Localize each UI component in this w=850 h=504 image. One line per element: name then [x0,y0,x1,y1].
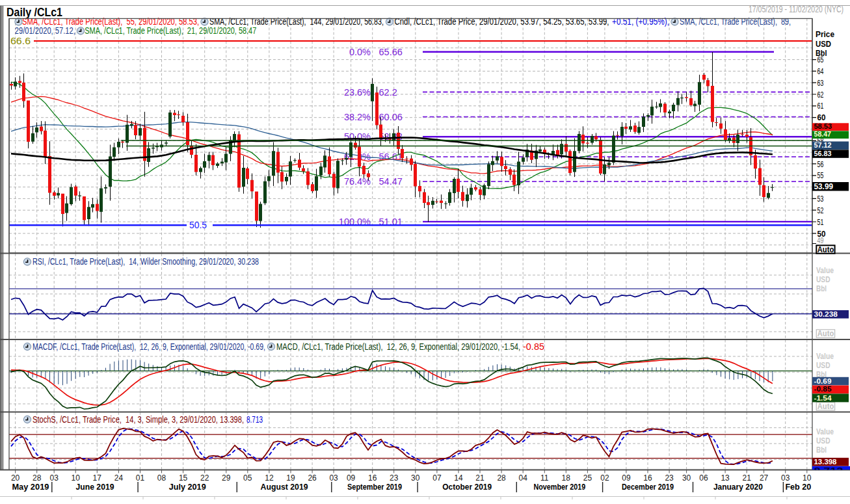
svg-text:Bbl: Bbl [816,284,827,293]
svg-text:13: 13 [721,473,730,483]
svg-text:Bbl: Bbl [816,48,827,58]
svg-text:03: 03 [50,473,59,483]
svg-text:-0.85: -0.85 [814,385,832,393]
svg-text:+0.51, (+0.95%),: +0.51, (+0.95%), [612,16,669,27]
svg-text:25: 25 [583,473,592,483]
svg-text:27: 27 [760,473,769,483]
svg-text:54.47: 54.47 [379,176,403,187]
svg-text:January 2020: January 2020 [713,483,763,492]
svg-text:MACDF, /CLc1, Trade Price(Last: MACDF, /CLc1, Trade Price(Last), 12, 26,… [33,341,265,352]
svg-text:22: 22 [200,473,209,483]
svg-text:56: 56 [817,160,824,169]
svg-text:September 2019: September 2019 [347,483,402,492]
svg-text:26: 26 [308,473,317,483]
svg-text:29: 29 [222,473,231,483]
svg-text:20: 20 [11,473,20,483]
svg-text:64: 64 [817,67,824,76]
svg-text:23.6%: 23.6% [344,87,371,98]
svg-text:Value: Value [816,265,834,275]
svg-text:62: 62 [817,90,824,99]
svg-text:23: 23 [390,473,399,483]
svg-text:SMA, /CLc1, Trade Price(Last),: SMA, /CLc1, Trade Price(Last), 89, [680,16,791,27]
svg-text:60.06: 60.06 [379,112,403,122]
svg-text:-0.69: -0.69 [814,377,832,385]
svg-text:17: 17 [93,473,102,483]
svg-text:03: 03 [329,473,338,483]
svg-text:24: 24 [114,473,124,483]
svg-text:Auto: Auto [817,329,834,338]
svg-text:16: 16 [368,473,377,483]
svg-text:05: 05 [243,473,252,483]
svg-text:09: 09 [347,473,356,483]
svg-text:19: 19 [286,473,295,483]
svg-text:23: 23 [665,473,674,483]
svg-text:03: 03 [781,473,790,483]
svg-text:15: 15 [179,473,188,483]
svg-text:Auto: Auto [817,402,834,411]
svg-text:28: 28 [497,473,506,483]
svg-text:16: 16 [643,473,652,483]
svg-text:61: 61 [817,101,824,111]
svg-text:USD: USD [816,274,830,284]
svg-text:50.5: 50.5 [189,220,207,230]
svg-text:21: 21 [475,473,485,483]
svg-text:55: 55 [817,171,824,180]
svg-text:12: 12 [265,473,274,483]
svg-text:06: 06 [699,473,708,483]
svg-text:-1.54: -1.54 [814,394,832,402]
svg-text:18: 18 [562,473,571,483]
svg-text:Price: Price [816,29,834,39]
svg-text:Value: Value [816,427,834,436]
svg-text:14: 14 [454,473,463,483]
svg-text:10: 10 [72,473,81,483]
svg-text:November 2019: November 2019 [533,483,585,492]
svg-text:21: 21 [743,473,752,483]
svg-text:MACD, /CLc1, Trade Price(Last): MACD, /CLc1, Trade Price(Last), 12, 26, … [276,341,520,352]
svg-text:60: 60 [817,113,826,122]
svg-text:53.99: 53.99 [814,181,834,191]
svg-text:USD: USD [816,436,830,445]
svg-text:11: 11 [540,473,549,483]
svg-text:Auto: Auto [817,245,834,254]
svg-text:02: 02 [600,473,609,483]
svg-text:30: 30 [682,473,691,483]
svg-text:66.6: 66.6 [10,36,31,46]
svg-text:June 2019: June 2019 [76,483,114,492]
svg-text:RSI, /CLc1, Trade Price(Last),: RSI, /CLc1, Trade Price(Last), 14, Wilde… [33,256,259,267]
svg-text:76.4%: 76.4% [344,176,371,187]
svg-text:58.47: 58.47 [814,130,832,138]
svg-text:December 2019: December 2019 [622,483,674,492]
svg-text:62.2: 62.2 [379,87,397,98]
svg-text:49: 49 [817,236,824,245]
svg-text:Bbl: Bbl [816,445,827,455]
svg-text:USD: USD [816,360,830,370]
svg-text:8.713: 8.713 [246,414,263,425]
svg-text:30: 30 [411,473,420,483]
svg-text:17/05/2019 - 11/02/2020 (NYC): 17/05/2019 - 11/02/2020 (NYC) [749,4,843,14]
svg-text:Cndl, /CLc1, Trade Price, 29/0: Cndl, /CLc1, Trade Price, 29/01/2020, 53… [395,16,609,27]
svg-text:61.8%: 61.8% [344,152,371,162]
svg-text:01: 01 [136,473,145,483]
svg-text:09: 09 [622,473,631,483]
svg-text:07: 07 [432,473,442,483]
svg-text:10: 10 [803,473,812,483]
svg-text:57.12: 57.12 [814,141,832,149]
svg-text:Feb 20: Feb 20 [785,483,811,492]
svg-text:53: 53 [817,194,824,204]
svg-text:13.398: 13.398 [814,458,838,466]
svg-text:28: 28 [33,473,42,483]
svg-text:Value: Value [816,351,834,361]
svg-text:51: 51 [817,218,824,227]
svg-text:08: 08 [157,473,166,483]
svg-text:StochS, /CLc1, Trade Price, 1: StochS, /CLc1, Trade Price, 14, 3, Simpl… [33,414,244,425]
svg-text:0.0%: 0.0% [349,47,371,57]
svg-text:63: 63 [817,79,824,88]
svg-text:29/01/2020, 57.12,: 29/01/2020, 57.12, [15,25,75,36]
svg-text:58.53: 58.53 [814,122,832,130]
svg-text:October 2019: October 2019 [442,483,492,492]
svg-text:USD: USD [816,39,831,49]
svg-text:July 2019: July 2019 [169,483,206,492]
svg-text:52: 52 [817,206,824,215]
svg-text:30.238: 30.238 [814,310,838,318]
svg-text:May 2019: May 2019 [12,483,49,492]
